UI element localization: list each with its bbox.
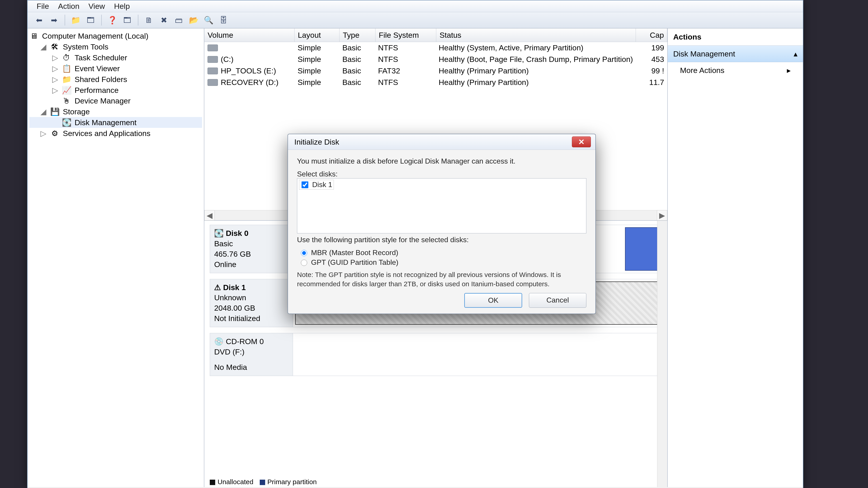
partition-style-label: Use the following partition style for th…	[297, 236, 586, 244]
dialog-note: Note: The GPT partition style is not rec…	[297, 270, 586, 289]
cancel-button[interactable]: Cancel	[529, 293, 586, 308]
mbr-radio[interactable]	[301, 250, 307, 256]
dialog-titlebar[interactable]: Initialize Disk ✕	[288, 134, 595, 150]
close-icon: ✕	[578, 137, 585, 147]
dialog-body: You must initialize a disk before Logica…	[288, 150, 595, 314]
ok-button[interactable]: OK	[464, 293, 522, 308]
modal-overlay: Initialize Disk ✕ You must initialize a …	[28, 0, 803, 488]
initialize-disk-dialog: Initialize Disk ✕ You must initialize a …	[287, 134, 596, 314]
disk-1-checkbox-row[interactable]: Disk 1	[299, 180, 334, 190]
select-disks-label: Select disks:	[297, 170, 586, 178]
close-button[interactable]: ✕	[572, 136, 591, 147]
gpt-radio[interactable]	[301, 260, 307, 266]
disk-listbox[interactable]: Disk 1	[297, 178, 586, 233]
dialog-title: Initialize Disk	[294, 138, 339, 147]
disk-1-checkbox[interactable]	[302, 182, 308, 188]
mbr-option[interactable]: MBR (Master Boot Record)	[300, 249, 586, 257]
disk-1-label: Disk 1	[312, 181, 332, 189]
mbr-label: MBR (Master Boot Record)	[311, 249, 398, 257]
computer-management-window: File Action View Help ⬅ ➡ 📁 🗔 ❓ 🗔 🗎 ✖ 🗃 …	[27, 0, 803, 488]
gpt-label: GPT (GUID Partition Table)	[311, 258, 399, 267]
dialog-message: You must initialize a disk before Logica…	[297, 157, 586, 165]
gpt-option[interactable]: GPT (GUID Partition Table)	[300, 258, 586, 267]
partition-style-radios: MBR (Master Boot Record) GPT (GUID Parti…	[300, 249, 586, 267]
dialog-buttons: OK Cancel	[297, 293, 586, 308]
